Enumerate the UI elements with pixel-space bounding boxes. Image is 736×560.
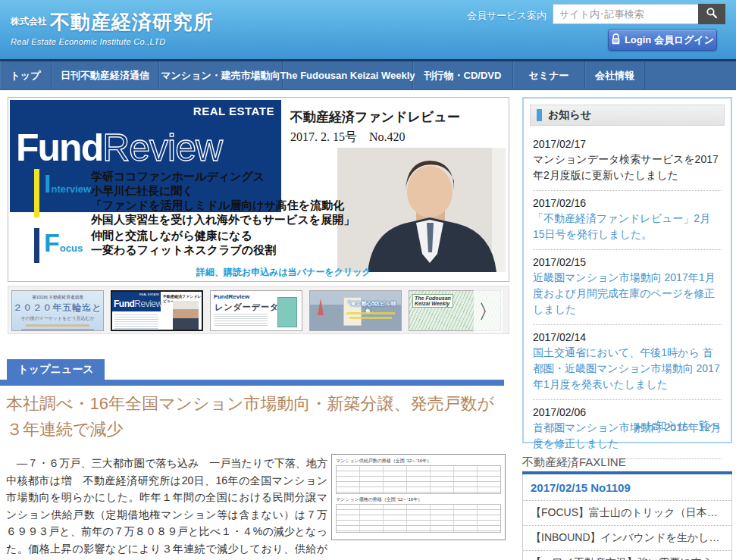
site-logo[interactable]: 株式会社不動産経済研究所 Real Estate Economic Instit… [11,9,214,46]
logo-company-prefix: 株式会社 [11,16,47,27]
text-noise [349,317,392,319]
notice-item[interactable]: 2017/02/14 国土交通省において、午後1時から 首都圏・近畿圏マンション… [533,325,722,400]
notice-list: 2017/02/17 マンションデータ検索サービスを2017年2月度版に更新いた… [524,132,731,459]
carousel-thumb-fund-review[interactable]: REAL ESTATE FundReview 不動産経済ファンドレビュー [111,290,203,331]
notice-date: 2017/02/17 [533,138,722,150]
notice-date: 2017/02/15 [533,256,722,268]
text-noise [215,314,268,327]
notice-title: お知らせ [548,108,591,122]
search-input[interactable] [553,4,698,24]
notice-list-all-link[interactable]: ▶お知らせ一覧へ [636,419,720,433]
logo-company-name: 不動産経済研究所 [50,11,214,33]
nav-tab-top[interactable]: トップ [0,61,52,89]
notice-item[interactable]: 2017/02/15 近畿圏マンション市場動向 2017年1月度および月間完成在… [533,250,722,325]
chevron-right-icon: 〉 [478,299,498,325]
carousel-thumb-seminar[interactable]: 第102回 不動産経営者講座 ２０２０年五輪迄と その後のマーケットをどう見込む… [11,290,104,331]
banner-title: 不動産経済ファンドレビュー [290,108,460,126]
carousel-thumb-tokyo-bldg[interactable]: 「東京都心5区ビル特集」 [309,290,402,331]
article-table-image[interactable]: マンション供給戸数の推移（全国 '12～'16年） マンション価格の推移（全国 … [331,454,506,540]
interview-accent-bar [34,169,39,217]
table-caption-price: マンション価格の推移（全国 '12～'16年） [336,496,501,503]
interview-label: Interview [44,169,91,227]
interview-feature: Interview 学研ココファンホールディングス 小早川仁社長に聞く 「ファン… [34,169,355,227]
page: 株式会社不動産経済研究所 Real Estate Economic Instit… [0,0,736,560]
notice-date: 2017/02/14 [533,331,722,343]
banner-carousel: 第102回 不動産経営者講座 ２０２０年五輪迄と その後のマーケットをどう見込む… [8,286,509,334]
fund-review-logo: FundReview [16,126,222,170]
carousel-next-button[interactable]: 〉 [474,290,503,333]
notice-panel: お知らせ 2017/02/17 マンションデータ検索サービスを2017年2月度版… [522,97,732,443]
notice-accent-square [537,109,542,121]
nav-tab-seminar[interactable]: セミナー [513,61,585,89]
nav-tab-company[interactable]: 会社情報 [585,61,645,89]
fund-review-banner[interactable]: REAL ESTATE FundReview 不動産経済ファンドレビュー 201… [8,97,509,282]
nav-tab-mansion-market[interactable]: マンション・建売市場動向 [159,61,283,89]
site-header: 株式会社不動産経済研究所 Real Estate Economic Instit… [0,0,736,59]
focus-label: Focus [44,228,91,263]
member-login-button[interactable]: Login 会員ログイン [608,29,717,51]
notice-link[interactable]: 「不動産経済ファンドレビュー」2月15日号を発行しました。 [533,211,722,242]
notice-date: 2017/02/16 [533,197,722,209]
nav-tab-weekly[interactable]: The Fudousan Keizai Weekly [283,61,413,89]
login-button-label: Login 会員ログイン [625,33,714,47]
text-noise [346,312,395,314]
table-grid-graphic [336,504,501,533]
member-service-link[interactable]: 会員サービス案内 [467,9,547,23]
faxline-title: 不動産経済FAXLINE [522,455,626,470]
notice-date: 2017/02/06 [533,406,722,418]
main-nav: トップ 日刊不動産経済通信 マンション・建売市場動向 The Fudousan … [0,59,736,90]
faxline-item[interactable]: 【ハワイ不動産市況】強い需要に支え… [523,551,731,560]
triangle-right-icon: ▶ [636,422,642,430]
logo-company-name-en: Real Estate Economic Institute Co.,LTD [11,37,214,46]
search-button[interactable] [698,4,725,24]
lock-icon [611,33,621,47]
site-search [553,4,725,24]
faxline-issue-link[interactable]: 2017/02/15 No1109 [523,474,731,501]
notice-text: マンションデータ検索サービスを2017年2月度版に更新いたしました [533,152,722,183]
notice-link[interactable]: 国土交通省において、午後1時から 首都圏・近畿圏マンション市場動向 2017年1… [533,345,722,393]
interviewee-photo [337,148,506,272]
nav-tab-daily-news[interactable]: 日刊不動産経済通信 [52,61,159,89]
interview-text: 学研ココファンホールディングス 小早川仁社長に聞く 「ファンドを活用しミドル層向… [91,169,355,227]
notice-item: 2017/02/17 マンションデータ検索サービスを2017年2月度版に更新いた… [533,132,722,191]
text-noise [26,324,89,327]
carousel-thumb-lender-data[interactable]: FundReview レンダーデータ集 [210,290,302,331]
focus-accent-bar [34,228,39,263]
nav-tab-publications[interactable]: 刊行物・CD/DVD [413,61,513,89]
booklet-graphic [277,297,297,327]
text-noise [21,329,94,331]
focus-text: 仲間と交流しながら健康になる 一変わるフィットネスクラブの役割 [91,228,276,263]
faxline-item[interactable]: 【INBOUND】インバウンドを生かし… [523,526,731,551]
table-grid-graphic [336,465,501,494]
faxline-list: 2017/02/15 No1109 【FOCUS】富士山のトリック（日本… 【I… [522,474,732,560]
top-news-tab: トップニュース [7,359,105,380]
tokyo-tower-graphic [318,299,324,315]
notice-item[interactable]: 2017/02/16 「不動産経済ファンドレビュー」2月15日号を発行しました。 [533,191,722,250]
banner-kicker: REAL ESTATE [193,105,274,117]
article-body: ―７・６万戸、三大都市圏で落ち込み 一戸当たりで下落、地方中核都市は増 不動産経… [6,455,327,560]
mini-portrait [173,301,199,330]
faxline-item[interactable]: 【FOCUS】富士山のトリック（日本… [523,501,731,526]
article-headline[interactable]: 本社調べ・16年全国マンション市場動向・新築分譲、発売戸数が３年連続で減少 [6,391,505,443]
text-noise [114,314,158,330]
banner-issue-number: 2017. 2. 15号 No.420 [290,130,406,145]
notice-header: お知らせ [530,105,725,126]
focus-feature: Focus 仲間と交流しながら健康になる 一変わるフィットネスクラブの役割 [34,228,276,263]
notice-link[interactable]: 近畿圏マンション市場動向 2017年1月度および月間完成在庫のページを修正しまし… [533,270,722,318]
table-caption-supply: マンション供給戸数の推移（全国 '12～'16年） [336,458,501,465]
banner-cta[interactable]: 詳細、購読お申込みは当バナーをクリック [196,266,371,279]
search-icon [706,7,718,21]
top-news-rule [0,380,504,386]
